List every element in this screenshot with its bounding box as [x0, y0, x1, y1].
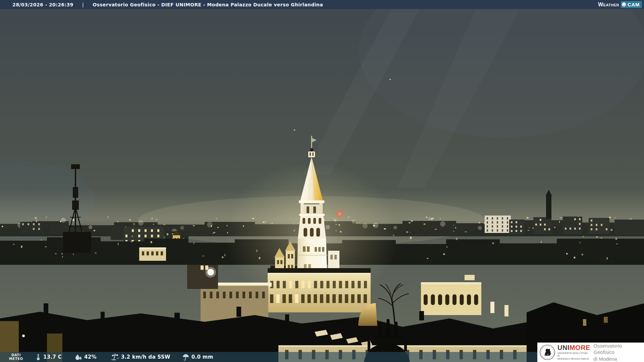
precipitation-reading: 0.0 mm	[182, 353, 213, 361]
palazzo-ducale-facade	[268, 268, 371, 312]
unimore-seal	[540, 345, 555, 360]
star	[389, 79, 391, 80]
webcam-frame: 28/03/2026 - 20:26:39 | Osservatorio Geo…	[0, 0, 644, 362]
university-subtitle: UNIVERSITÀ DEGLI STUDI DI MODENA E REGGI…	[557, 352, 590, 360]
unimore-more: MORE	[570, 344, 590, 351]
umbrella-icon	[182, 353, 190, 361]
temperature-reading: 13.7 C	[35, 353, 62, 361]
dim-window	[604, 317, 608, 323]
divider: |	[82, 2, 84, 7]
humidity-icon	[74, 353, 83, 361]
unimore-logo-box[interactable]: UNIMORE UNIVERSITÀ DEGLI STUDI DI MODENA…	[537, 343, 644, 362]
duomo-window	[334, 255, 337, 259]
weathercam-badge: CAM	[621, 1, 642, 8]
cream-facade	[139, 247, 166, 261]
weathercam-word: Weather	[598, 2, 619, 8]
weathercam-logo[interactable]: Weather CAM	[598, 1, 642, 8]
duomo-window	[330, 255, 333, 259]
obelisk	[368, 341, 370, 351]
weathercam-globe-icon	[622, 2, 626, 7]
datetime-text: 28/03/2026 - 20:26:39	[12, 2, 73, 7]
wind-reading: 3.2 km/h da SSW	[111, 353, 170, 361]
observatory-name: Osservatorio Geofisico di Modena	[593, 343, 644, 362]
header-bar: 28/03/2026 - 20:26:39 | Osservatorio Geo…	[0, 0, 644, 9]
obelisk	[404, 340, 407, 351]
unimore-uni: UNI	[557, 344, 570, 351]
floodlight-building	[187, 265, 218, 289]
unimore-wordmark: UNIMORE UNIVERSITÀ DEGLI STUDI DI MODENA…	[557, 344, 590, 360]
city-night-scene	[0, 0, 644, 362]
star	[294, 129, 296, 131]
arcade-facade	[421, 282, 481, 315]
weathercam-cam-word: CAM	[628, 2, 640, 7]
dati-meteo-label: DATI METEO	[6, 353, 26, 361]
humidity-reading: 42%	[74, 353, 97, 361]
wind-anemometer-icon	[111, 353, 119, 361]
street-lamp	[22, 335, 25, 337]
camera-title: Osservatorio Geofisico - DIEF UNIMORE - …	[93, 2, 323, 7]
dim-window	[583, 319, 586, 326]
thermometer-icon	[35, 353, 42, 361]
